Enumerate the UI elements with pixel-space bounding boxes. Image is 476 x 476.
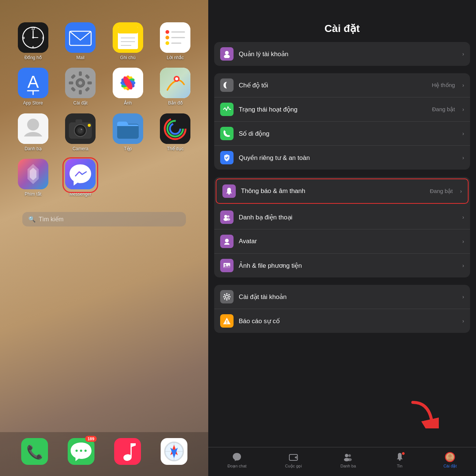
settings-row-media[interactable]: Ảnh & file phương tiện › — [214, 254, 470, 277]
app-contacts-label: Danh bạ — [25, 146, 42, 151]
settings-group-account: Quản lý tài khoản › — [214, 42, 470, 66]
notifications-chevron: › — [460, 188, 462, 194]
report-chevron: › — [462, 318, 464, 324]
nav-chats[interactable]: Đoạn chat — [228, 452, 247, 469]
settings-row-privacy[interactable]: Quyền riêng tư & an toàn › — [214, 146, 470, 170]
privacy-icon — [220, 151, 234, 164]
svg-rect-104 — [224, 298, 226, 300]
dock-phone[interactable]: 📞 — [21, 438, 48, 465]
svg-point-18 — [165, 30, 169, 34]
search-placeholder: Tìm kiếm — [39, 216, 64, 223]
app-files-label: Tệp — [124, 146, 132, 151]
nav-calls-icon — [288, 452, 299, 462]
settings-row-notifications[interactable]: Thông báo & âm thanh Đang bật › — [216, 178, 469, 204]
svg-rect-13 — [118, 27, 138, 33]
settings-header: Cài đặt — [208, 0, 476, 42]
search-bar[interactable]: 🔍 Tìm kiếm — [22, 212, 186, 226]
dock-music[interactable] — [114, 438, 141, 465]
nav-people[interactable]: Danh ba — [340, 452, 356, 469]
svg-point-49 — [175, 77, 178, 80]
app-fitness[interactable]: Thể dục — [154, 113, 197, 151]
settings-row-darkmode[interactable]: Chế độ tối Hệ thống › — [214, 73, 470, 97]
app-messenger[interactable]: Messenger — [59, 159, 103, 197]
app-photos[interactable]: Ảnh — [106, 68, 150, 106]
svg-point-97 — [225, 295, 228, 298]
nav-settings[interactable]: Cài đặt — [443, 452, 457, 469]
svg-rect-32 — [79, 90, 82, 94]
svg-marker-111 — [295, 456, 297, 459]
svg-point-51 — [27, 119, 39, 131]
app-maps[interactable]: Bản đồ — [154, 68, 197, 106]
app-notes-label: Ghi chú — [120, 55, 135, 60]
report-icon — [220, 314, 234, 328]
nav-settings-icon — [445, 452, 455, 462]
darkmode-chevron: › — [462, 82, 464, 88]
settings-content: Quản lý tài khoản › Chế độ tối Hệ thống … — [208, 42, 476, 447]
settings-title: Cài đặt — [217, 22, 467, 35]
nav-calls[interactable]: Cuộc gọi — [285, 452, 302, 469]
svg-text:6: 6 — [32, 45, 34, 49]
svg-rect-61 — [75, 119, 82, 123]
app-appstore-label: App Store — [23, 100, 43, 106]
svg-point-115 — [347, 458, 352, 461]
avatar-icon — [220, 235, 234, 248]
app-settings[interactable]: Cài đặt — [59, 68, 103, 106]
app-mail-label: Mail — [76, 55, 84, 60]
app-camera[interactable]: Camera — [59, 113, 103, 151]
svg-point-60 — [81, 129, 82, 130]
svg-point-94 — [225, 239, 229, 242]
svg-point-96 — [225, 264, 226, 266]
phone-icon — [220, 127, 234, 140]
app-shortcuts-label: Phím tắt — [25, 192, 41, 197]
app-grid: 12 3 6 9 Đồng hồ Mail — [0, 0, 208, 205]
settings-row-account[interactable]: Quản lý tài khoản › — [214, 42, 470, 66]
notifications-label: Thông báo & âm thanh — [241, 187, 425, 195]
dock-messages[interactable]: 189 — [68, 438, 94, 465]
svg-point-8 — [32, 37, 34, 39]
bottom-nav: Đoạn chat Cuộc gọi Danh ba — [208, 447, 476, 476]
account-settings-label: Cài đặt tài khoản — [239, 293, 457, 301]
home-screen: 12 3 6 9 Đồng hồ Mail — [0, 0, 208, 476]
svg-rect-33 — [69, 81, 73, 84]
app-appstore[interactable]: A App Store — [11, 68, 55, 106]
media-icon — [220, 259, 234, 272]
settings-row-account-settings[interactable]: Cài đặt tài khoản › — [214, 285, 470, 309]
app-contacts[interactable]: Danh bạ — [11, 113, 55, 151]
settings-row-contacts[interactable]: Danh bạ điện thoại › — [214, 205, 470, 229]
svg-rect-34 — [87, 81, 92, 84]
nav-chats-icon — [232, 452, 242, 462]
phone-chevron: › — [462, 131, 464, 136]
settings-row-activity[interactable]: Trạng thái hoạt động Đang bật › — [214, 97, 470, 122]
svg-rect-89 — [228, 193, 230, 194]
settings-row-report[interactable]: Báo cáo sự cố › — [214, 309, 470, 333]
notifications-icon — [222, 184, 236, 198]
nav-calls-label: Cuộc gọi — [285, 464, 302, 469]
darkmode-label: Chế độ tối — [239, 81, 427, 89]
avatar-label: Avatar — [239, 238, 457, 245]
app-files[interactable]: Tệp — [106, 113, 150, 151]
app-mail[interactable]: Mail — [59, 22, 103, 60]
contacts-chevron: › — [462, 214, 464, 220]
nav-people-icon — [343, 452, 353, 462]
account-settings-icon — [220, 290, 234, 303]
svg-point-88 — [224, 55, 230, 58]
svg-text:📞: 📞 — [26, 444, 43, 460]
nav-notifications-label: Tin — [397, 464, 402, 468]
dock-safari[interactable] — [161, 438, 187, 465]
svg-point-20 — [165, 41, 169, 45]
svg-point-62 — [88, 124, 91, 127]
settings-group-display: Chế độ tối Hệ thống › Trạng thái hoạt độ… — [214, 73, 470, 170]
svg-text:9: 9 — [23, 36, 25, 40]
svg-point-112 — [345, 454, 348, 457]
app-shortcuts[interactable]: Phím tắt — [11, 159, 55, 197]
privacy-label: Quyền riêng tư & an toàn — [239, 154, 457, 162]
settings-row-avatar[interactable]: Avatar › — [214, 229, 470, 254]
app-photos-label: Ảnh — [124, 100, 132, 106]
app-messenger-label: Messenger — [70, 192, 91, 197]
nav-notifications[interactable]: Tin — [395, 452, 405, 469]
app-reminders[interactable]: Lời nhắc — [154, 22, 197, 60]
app-clock[interactable]: 12 3 6 9 Đồng hồ — [11, 22, 55, 60]
app-notes[interactable]: Ghi chú — [106, 22, 150, 60]
settings-row-phone[interactable]: Số di động › — [214, 122, 470, 146]
darkmode-value: Hệ thống — [432, 82, 455, 89]
